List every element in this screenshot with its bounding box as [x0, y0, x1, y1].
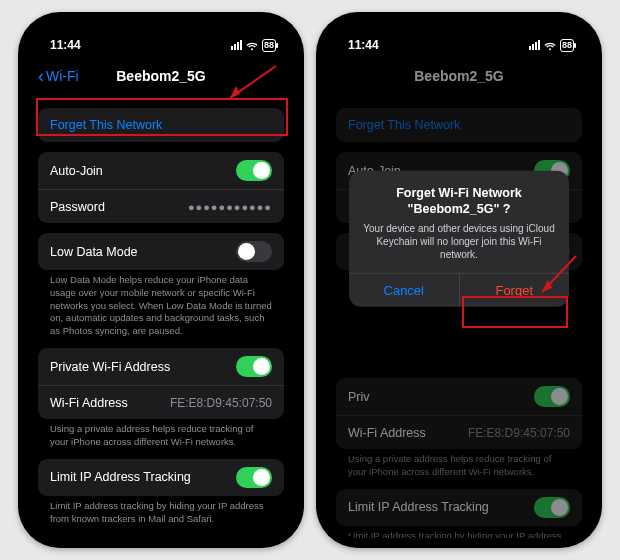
group-join: Auto-Join Password ●●●●●●●●●●● [38, 152, 284, 223]
wifiaddr-label: Wi-Fi Address [348, 426, 426, 440]
status-time: 11:44 [348, 38, 379, 52]
status-right: 88 [231, 39, 276, 52]
nav-bar: Beebom2_5G [326, 60, 592, 92]
group-forget: Forget This Network [38, 108, 284, 142]
dialog-title: Forget Wi-Fi Network"Beebom2_5G" ? [363, 184, 555, 217]
autojoin-toggle[interactable] [236, 160, 272, 181]
dialog-message: Your device and other devices using iClo… [363, 222, 555, 261]
back-label: Wi-Fi [46, 68, 79, 84]
password-label: Password [50, 200, 105, 214]
signal-icon [529, 40, 540, 50]
private-row[interactable]: Private Wi-Fi Address [38, 348, 284, 385]
private-toggle [534, 386, 570, 407]
settings-content: Forget This Network Auto-Join Password ●… [28, 92, 294, 538]
limitip-label: Limit IP Address Tracking [50, 470, 191, 484]
private-help: Using a private address helps reduce tra… [336, 449, 582, 479]
notch [409, 22, 509, 46]
private-toggle[interactable] [236, 356, 272, 377]
status-time: 11:44 [50, 38, 81, 52]
page-title: Beebom2_5G [116, 68, 205, 84]
phone-right: 11:44 88 Beebom2_5G Forget This Network … [316, 12, 602, 548]
dialog-buttons: Cancel Forget [349, 273, 569, 307]
autojoin-label: Auto-Join [50, 164, 103, 178]
dialog-cancel-button[interactable]: Cancel [349, 274, 459, 307]
limitip-label: Limit IP Address Tracking [348, 500, 489, 514]
screen-right: 11:44 88 Beebom2_5G Forget This Network … [326, 22, 592, 538]
dialog-forget-button[interactable]: Forget [459, 274, 570, 307]
limitip-row[interactable]: Limit IP Address Tracking [38, 459, 284, 496]
page-title: Beebom2_5G [414, 68, 503, 84]
group-limitip: Limit IP Address Tracking [38, 459, 284, 496]
wifi-icon [246, 40, 258, 50]
nav-bar: ‹ Wi-Fi Beebom2_5G [28, 60, 294, 92]
lowdata-label: Low Data Mode [50, 245, 138, 259]
password-value: ●●●●●●●●●●● [188, 201, 272, 213]
limitip-help: Limit IP address tracking by hiding your… [336, 526, 582, 538]
lowdata-help: Low Data Mode helps reduce your iPhone d… [38, 270, 284, 338]
dialog-body: Forget Wi-Fi Network"Beebom2_5G" ? Your … [349, 170, 569, 273]
limitip-toggle[interactable] [236, 467, 272, 488]
phone-left: 11:44 88 ‹ Wi-Fi Beebom2_5G Forget This … [18, 12, 304, 548]
forget-network-label: Forget This Network [50, 118, 162, 132]
settings-content-dimmed: Forget This Network Auto-Join Password●●… [326, 92, 592, 538]
group-lowdata: Low Data Mode [38, 233, 284, 270]
forget-network-label: Forget This Network [348, 118, 460, 132]
battery-icon: 88 [560, 39, 574, 52]
wifiaddr-value: FE:E8:D9:45:07:50 [170, 396, 272, 410]
limitip-help: Limit IP address tracking by hiding your… [38, 496, 284, 526]
autojoin-row[interactable]: Auto-Join [38, 152, 284, 189]
notch [111, 22, 211, 46]
signal-icon [231, 40, 242, 50]
wifiaddr-value: FE:E8:D9:45:07:50 [468, 426, 570, 440]
wifiaddr-row: Wi-Fi Address FE:E8:D9:45:07:50 [38, 385, 284, 419]
back-button[interactable]: ‹ Wi-Fi [38, 67, 79, 85]
private-label: Private Wi-Fi Address [50, 360, 170, 374]
wifiaddr-label: Wi-Fi Address [50, 396, 128, 410]
group-private: Private Wi-Fi Address Wi-Fi Address FE:E… [38, 348, 284, 419]
forget-network-button[interactable]: Forget This Network [38, 108, 284, 142]
wifi-icon [544, 40, 556, 50]
chevron-left-icon: ‹ [38, 67, 44, 85]
password-row[interactable]: Password ●●●●●●●●●●● [38, 189, 284, 223]
ipv4-header: IPV4 ADDRESS [38, 525, 284, 538]
private-help: Using a private address helps reduce tra… [38, 419, 284, 449]
private-label-truncated: Priv [348, 390, 370, 404]
status-right: 88 [529, 39, 574, 52]
forget-dialog: Forget Wi-Fi Network"Beebom2_5G" ? Your … [349, 170, 569, 307]
battery-icon: 88 [262, 39, 276, 52]
screen-left: 11:44 88 ‹ Wi-Fi Beebom2_5G Forget This … [28, 22, 294, 538]
limitip-toggle [534, 497, 570, 518]
lowdata-row[interactable]: Low Data Mode [38, 233, 284, 270]
lowdata-toggle[interactable] [236, 241, 272, 262]
